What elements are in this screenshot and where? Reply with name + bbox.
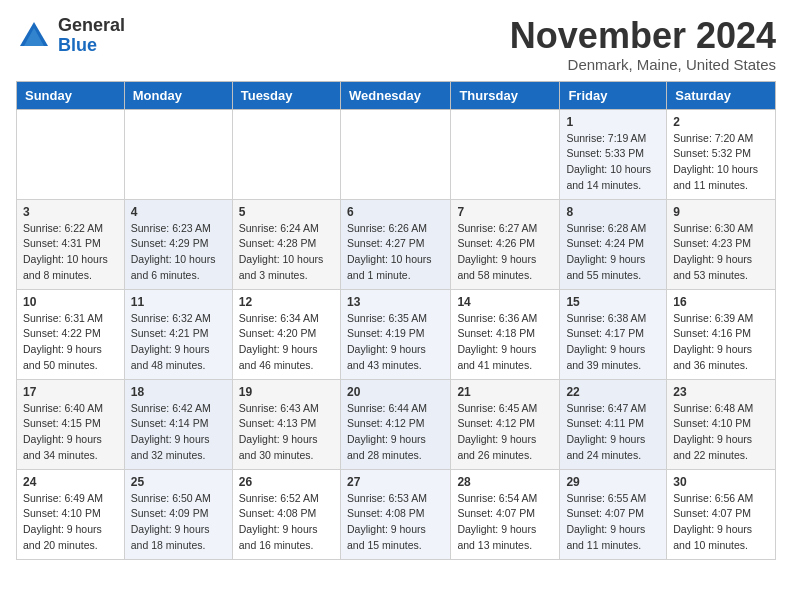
day-number: 28 <box>457 475 553 489</box>
day-info: Sunrise: 6:44 AM Sunset: 4:12 PM Dayligh… <box>347 402 427 461</box>
day-number: 2 <box>673 115 769 129</box>
weekday-header-wednesday: Wednesday <box>340 81 450 109</box>
day-info: Sunrise: 6:39 AM Sunset: 4:16 PM Dayligh… <box>673 312 753 371</box>
calendar-cell: 18Sunrise: 6:42 AM Sunset: 4:14 PM Dayli… <box>124 379 232 469</box>
day-info: Sunrise: 6:38 AM Sunset: 4:17 PM Dayligh… <box>566 312 646 371</box>
calendar-cell: 1Sunrise: 7:19 AM Sunset: 5:33 PM Daylig… <box>560 109 667 199</box>
calendar-cell: 14Sunrise: 6:36 AM Sunset: 4:18 PM Dayli… <box>451 289 560 379</box>
weekday-header-tuesday: Tuesday <box>232 81 340 109</box>
logo-icon <box>16 18 52 54</box>
day-info: Sunrise: 6:54 AM Sunset: 4:07 PM Dayligh… <box>457 492 537 551</box>
day-number: 18 <box>131 385 226 399</box>
day-number: 13 <box>347 295 444 309</box>
day-info: Sunrise: 6:26 AM Sunset: 4:27 PM Dayligh… <box>347 222 432 281</box>
day-info: Sunrise: 6:32 AM Sunset: 4:21 PM Dayligh… <box>131 312 211 371</box>
day-info: Sunrise: 6:55 AM Sunset: 4:07 PM Dayligh… <box>566 492 646 551</box>
day-number: 8 <box>566 205 660 219</box>
day-number: 17 <box>23 385 118 399</box>
logo-general-text: General <box>58 15 125 35</box>
day-info: Sunrise: 6:24 AM Sunset: 4:28 PM Dayligh… <box>239 222 324 281</box>
weekday-header-thursday: Thursday <box>451 81 560 109</box>
day-number: 23 <box>673 385 769 399</box>
day-info: Sunrise: 6:45 AM Sunset: 4:12 PM Dayligh… <box>457 402 537 461</box>
week-row-5: 24Sunrise: 6:49 AM Sunset: 4:10 PM Dayli… <box>17 469 776 559</box>
calendar-cell <box>451 109 560 199</box>
title-block: November 2024 Denmark, Maine, United Sta… <box>510 16 776 73</box>
day-number: 6 <box>347 205 444 219</box>
day-number: 30 <box>673 475 769 489</box>
calendar-cell <box>340 109 450 199</box>
logo: General Blue <box>16 16 125 56</box>
calendar-cell: 5Sunrise: 6:24 AM Sunset: 4:28 PM Daylig… <box>232 199 340 289</box>
calendar-cell: 21Sunrise: 6:45 AM Sunset: 4:12 PM Dayli… <box>451 379 560 469</box>
day-info: Sunrise: 6:47 AM Sunset: 4:11 PM Dayligh… <box>566 402 646 461</box>
day-info: Sunrise: 6:34 AM Sunset: 4:20 PM Dayligh… <box>239 312 319 371</box>
calendar-cell: 16Sunrise: 6:39 AM Sunset: 4:16 PM Dayli… <box>667 289 776 379</box>
day-info: Sunrise: 6:43 AM Sunset: 4:13 PM Dayligh… <box>239 402 319 461</box>
logo-blue-text: Blue <box>58 35 97 55</box>
calendar-cell: 9Sunrise: 6:30 AM Sunset: 4:23 PM Daylig… <box>667 199 776 289</box>
day-info: Sunrise: 7:20 AM Sunset: 5:32 PM Dayligh… <box>673 132 758 191</box>
day-info: Sunrise: 6:40 AM Sunset: 4:15 PM Dayligh… <box>23 402 103 461</box>
day-info: Sunrise: 6:53 AM Sunset: 4:08 PM Dayligh… <box>347 492 427 551</box>
day-info: Sunrise: 6:28 AM Sunset: 4:24 PM Dayligh… <box>566 222 646 281</box>
calendar-cell: 27Sunrise: 6:53 AM Sunset: 4:08 PM Dayli… <box>340 469 450 559</box>
calendar-cell: 10Sunrise: 6:31 AM Sunset: 4:22 PM Dayli… <box>17 289 125 379</box>
day-number: 4 <box>131 205 226 219</box>
day-number: 27 <box>347 475 444 489</box>
calendar-cell: 17Sunrise: 6:40 AM Sunset: 4:15 PM Dayli… <box>17 379 125 469</box>
day-number: 19 <box>239 385 334 399</box>
day-number: 16 <box>673 295 769 309</box>
calendar-cell: 24Sunrise: 6:49 AM Sunset: 4:10 PM Dayli… <box>17 469 125 559</box>
day-number: 7 <box>457 205 553 219</box>
calendar-cell: 2Sunrise: 7:20 AM Sunset: 5:32 PM Daylig… <box>667 109 776 199</box>
day-number: 24 <box>23 475 118 489</box>
page-header: General Blue November 2024 Denmark, Main… <box>16 16 776 73</box>
day-info: Sunrise: 6:30 AM Sunset: 4:23 PM Dayligh… <box>673 222 753 281</box>
day-number: 3 <box>23 205 118 219</box>
calendar-cell: 29Sunrise: 6:55 AM Sunset: 4:07 PM Dayli… <box>560 469 667 559</box>
day-number: 9 <box>673 205 769 219</box>
day-number: 26 <box>239 475 334 489</box>
day-info: Sunrise: 6:56 AM Sunset: 4:07 PM Dayligh… <box>673 492 753 551</box>
calendar-cell <box>124 109 232 199</box>
day-number: 1 <box>566 115 660 129</box>
calendar-cell: 4Sunrise: 6:23 AM Sunset: 4:29 PM Daylig… <box>124 199 232 289</box>
day-number: 14 <box>457 295 553 309</box>
day-info: Sunrise: 6:36 AM Sunset: 4:18 PM Dayligh… <box>457 312 537 371</box>
day-number: 5 <box>239 205 334 219</box>
calendar-cell: 23Sunrise: 6:48 AM Sunset: 4:10 PM Dayli… <box>667 379 776 469</box>
day-info: Sunrise: 6:42 AM Sunset: 4:14 PM Dayligh… <box>131 402 211 461</box>
day-info: Sunrise: 6:52 AM Sunset: 4:08 PM Dayligh… <box>239 492 319 551</box>
day-number: 20 <box>347 385 444 399</box>
day-info: Sunrise: 6:22 AM Sunset: 4:31 PM Dayligh… <box>23 222 108 281</box>
weekday-header-saturday: Saturday <box>667 81 776 109</box>
calendar-cell: 12Sunrise: 6:34 AM Sunset: 4:20 PM Dayli… <box>232 289 340 379</box>
calendar-cell: 19Sunrise: 6:43 AM Sunset: 4:13 PM Dayli… <box>232 379 340 469</box>
calendar-cell: 22Sunrise: 6:47 AM Sunset: 4:11 PM Dayli… <box>560 379 667 469</box>
calendar-cell: 25Sunrise: 6:50 AM Sunset: 4:09 PM Dayli… <box>124 469 232 559</box>
day-number: 29 <box>566 475 660 489</box>
week-row-2: 3Sunrise: 6:22 AM Sunset: 4:31 PM Daylig… <box>17 199 776 289</box>
day-info: Sunrise: 6:35 AM Sunset: 4:19 PM Dayligh… <box>347 312 427 371</box>
day-info: Sunrise: 6:50 AM Sunset: 4:09 PM Dayligh… <box>131 492 211 551</box>
calendar-table: SundayMondayTuesdayWednesdayThursdayFrid… <box>16 81 776 560</box>
day-number: 10 <box>23 295 118 309</box>
day-info: Sunrise: 6:27 AM Sunset: 4:26 PM Dayligh… <box>457 222 537 281</box>
day-info: Sunrise: 7:19 AM Sunset: 5:33 PM Dayligh… <box>566 132 651 191</box>
day-info: Sunrise: 6:48 AM Sunset: 4:10 PM Dayligh… <box>673 402 753 461</box>
calendar-cell: 6Sunrise: 6:26 AM Sunset: 4:27 PM Daylig… <box>340 199 450 289</box>
calendar-cell: 8Sunrise: 6:28 AM Sunset: 4:24 PM Daylig… <box>560 199 667 289</box>
location-text: Denmark, Maine, United States <box>510 56 776 73</box>
day-info: Sunrise: 6:23 AM Sunset: 4:29 PM Dayligh… <box>131 222 216 281</box>
month-title: November 2024 <box>510 16 776 56</box>
day-info: Sunrise: 6:31 AM Sunset: 4:22 PM Dayligh… <box>23 312 103 371</box>
day-number: 21 <box>457 385 553 399</box>
day-number: 11 <box>131 295 226 309</box>
weekday-header-sunday: Sunday <box>17 81 125 109</box>
calendar-cell: 26Sunrise: 6:52 AM Sunset: 4:08 PM Dayli… <box>232 469 340 559</box>
calendar-cell: 7Sunrise: 6:27 AM Sunset: 4:26 PM Daylig… <box>451 199 560 289</box>
week-row-4: 17Sunrise: 6:40 AM Sunset: 4:15 PM Dayli… <box>17 379 776 469</box>
weekday-header-friday: Friday <box>560 81 667 109</box>
calendar-cell: 13Sunrise: 6:35 AM Sunset: 4:19 PM Dayli… <box>340 289 450 379</box>
